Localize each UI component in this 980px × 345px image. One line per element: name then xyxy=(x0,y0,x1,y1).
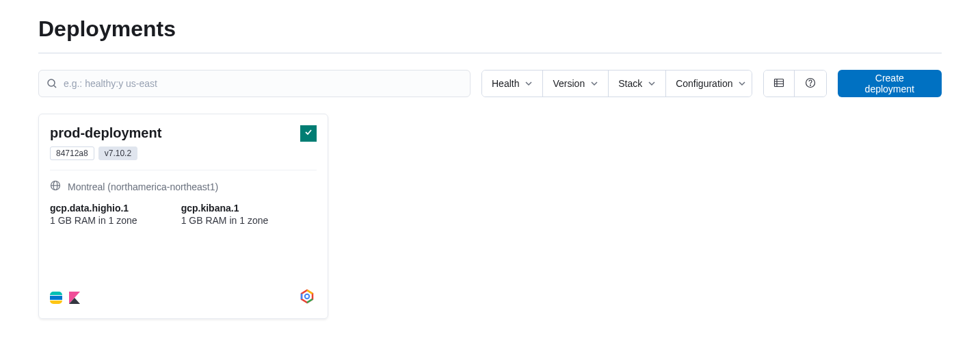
chevron-down-icon xyxy=(648,79,656,88)
svg-point-7 xyxy=(810,85,810,86)
instance-item: gcp.kibana.1 1 GB RAM in 1 zone xyxy=(181,203,269,226)
chevron-down-icon xyxy=(525,79,533,88)
chevron-down-icon xyxy=(738,79,746,88)
instance-spec: 1 GB RAM in 1 zone xyxy=(181,215,269,226)
filter-label: Health xyxy=(492,78,519,89)
kibana-icon xyxy=(69,292,80,304)
deployment-card[interactable]: prod-deployment 84712a8 v7.10.2 Montreal… xyxy=(38,114,328,319)
card-footer xyxy=(50,277,317,307)
instance-name: gcp.data.highio.1 xyxy=(50,203,137,214)
instance-item: gcp.data.highio.1 1 GB RAM in 1 zone xyxy=(50,203,137,226)
instance-spec: 1 GB RAM in 1 zone xyxy=(50,215,137,226)
svg-point-0 xyxy=(48,79,55,86)
create-deployment-button[interactable]: Create deployment xyxy=(838,70,942,97)
filter-label: Configuration xyxy=(676,78,732,89)
filter-label: Stack xyxy=(618,78,642,89)
elasticsearch-icon xyxy=(50,292,62,304)
filter-stack[interactable]: Stack xyxy=(609,71,666,97)
search-input[interactable] xyxy=(38,70,471,97)
svg-rect-2 xyxy=(775,79,784,86)
check-icon xyxy=(304,127,313,140)
instance-name: gcp.kibana.1 xyxy=(181,203,269,214)
filter-version[interactable]: Version xyxy=(543,71,609,97)
filter-configuration[interactable]: Configuration xyxy=(666,71,752,97)
instances-list: gcp.data.highio.1 1 GB RAM in 1 zone gcp… xyxy=(50,203,317,226)
deployment-name: prod-deployment xyxy=(50,125,161,141)
help-icon xyxy=(805,77,816,90)
filter-group: Health Version Stack Configuration xyxy=(481,70,752,97)
search-wrapper xyxy=(38,70,471,97)
table-icon xyxy=(773,77,784,90)
svg-point-11 xyxy=(305,294,309,298)
filter-label: Version xyxy=(553,78,585,89)
table-view-button[interactable] xyxy=(764,71,795,97)
svg-line-1 xyxy=(54,86,56,88)
gcp-icon xyxy=(297,288,317,307)
deployment-version-badge: v7.10.2 xyxy=(98,146,137,160)
search-icon xyxy=(47,78,57,89)
help-button[interactable] xyxy=(795,71,825,97)
filter-health[interactable]: Health xyxy=(482,71,543,97)
deployment-id-badge: 84712a8 xyxy=(50,146,94,160)
region-row: Montreal (northamerica-northeast1) xyxy=(50,180,317,193)
status-badge xyxy=(300,125,317,142)
globe-icon xyxy=(50,180,61,193)
region-text: Montreal (northamerica-northeast1) xyxy=(68,181,218,192)
page-title: Deployments xyxy=(38,16,942,53)
toolbar: Health Version Stack Configuration Creat xyxy=(38,70,942,97)
divider xyxy=(50,170,317,170)
view-options-group xyxy=(763,70,827,97)
chevron-down-icon xyxy=(590,79,598,88)
